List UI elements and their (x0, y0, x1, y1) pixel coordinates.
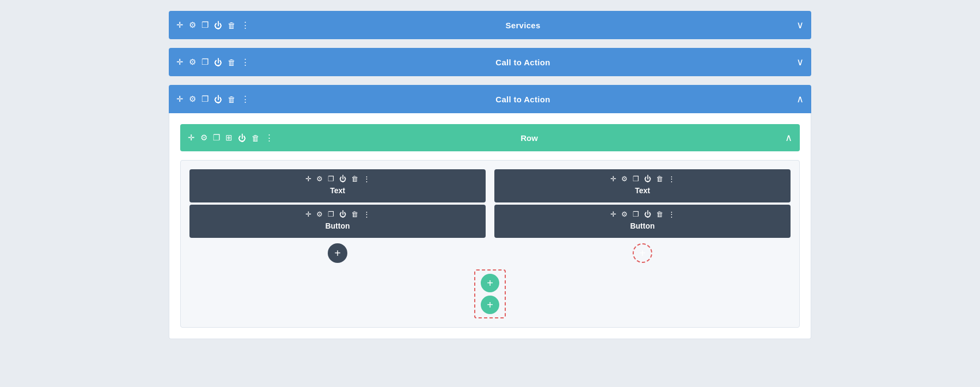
chevron-down-icon: ∨ (797, 19, 804, 31)
trash-icon: 🗑 (228, 21, 236, 30)
section-title-cta2: Call to Action (249, 95, 797, 104)
add-section-button[interactable]: + (481, 296, 499, 314)
dots-icon: ⋮ (363, 175, 370, 183)
section-bar-cta2[interactable]: ✛ ⚙ ❐ ⏻ 🗑 ⋮ Call to Action ∧ (169, 85, 811, 113)
copy-icon: ❐ (633, 175, 639, 183)
power-icon: ⏻ (339, 175, 346, 183)
add-module-button-right[interactable]: + (633, 243, 652, 263)
move-icon: ✛ (176, 57, 183, 67)
section-icons-services: ✛ ⚙ ❐ ⏻ 🗑 ⋮ (176, 20, 249, 30)
page-wrapper: ✛ ⚙ ❐ ⏻ 🗑 ⋮ Services ∨ ✛ ⚙ ❐ ⏻ 🗑 ⋮ Call … (169, 11, 811, 339)
gear-icon: ⚙ (200, 133, 207, 143)
trash-icon: 🗑 (351, 210, 358, 218)
section-title-services: Services (249, 21, 797, 30)
copy-icon: ❐ (633, 210, 639, 218)
power-icon: ⏻ (238, 133, 246, 143)
bottom-add-area: + + (189, 269, 791, 318)
trash-icon: 🗑 (228, 58, 236, 67)
gear-icon: ⚙ (316, 210, 323, 218)
trash-icon: 🗑 (252, 133, 260, 143)
gear-icon: ⚙ (621, 175, 628, 183)
section-bar-services[interactable]: ✛ ⚙ ❐ ⏻ 🗑 ⋮ Services ∨ (169, 11, 811, 39)
module-label-button-left: Button (197, 222, 478, 230)
section-icons-cta1: ✛ ⚙ ❐ ⏻ 🗑 ⋮ (176, 57, 249, 67)
column-right: ✛ ⚙ ❐ ⏻ 🗑 ⋮ Text ✛ (494, 169, 791, 263)
module-text-right[interactable]: ✛ ⚙ ❐ ⏻ 🗑 ⋮ Text (494, 169, 791, 202)
copy-icon: ❐ (213, 133, 220, 143)
row-content: ✛ ⚙ ❐ ⏻ 🗑 ⋮ Text ✛ (180, 160, 800, 328)
power-icon: ⏻ (644, 175, 651, 183)
trash-icon: 🗑 (228, 95, 236, 104)
dots-icon: ⋮ (668, 210, 675, 218)
dots-icon: ⋮ (241, 94, 249, 104)
section-bar-cta1[interactable]: ✛ ⚙ ❐ ⏻ 🗑 ⋮ Call to Action ∨ (169, 48, 811, 76)
gear-icon: ⚙ (189, 94, 196, 104)
dots-icon: ⋮ (265, 133, 273, 143)
add-module-button-left[interactable]: + (328, 243, 347, 263)
power-icon: ⏻ (644, 210, 651, 218)
columns-grid: ✛ ⚙ ❐ ⏻ 🗑 ⋮ Text ✛ (189, 169, 791, 263)
row-icons: ✛ ⚙ ❐ ⊞ ⏻ 🗑 ⋮ (188, 133, 273, 143)
module-label-button-right: Button (502, 222, 783, 230)
dots-icon: ⋮ (363, 210, 370, 218)
module-button-right[interactable]: ✛ ⚙ ❐ ⏻ 🗑 ⋮ Button (494, 205, 791, 238)
module-icons-text-right: ✛ ⚙ ❐ ⏻ 🗑 ⋮ (502, 175, 783, 183)
power-icon: ⏻ (339, 210, 346, 218)
chevron-down-icon: ∨ (797, 56, 804, 68)
copy-icon: ❐ (201, 57, 209, 67)
module-label-text-right: Text (502, 186, 783, 195)
trash-icon: 🗑 (656, 210, 663, 218)
chevron-up-icon: ∧ (785, 132, 792, 144)
module-icons-button-left: ✛ ⚙ ❐ ⏻ 🗑 ⋮ (197, 210, 478, 218)
copy-icon: ❐ (328, 175, 334, 183)
module-icons-text-left: ✛ ⚙ ❐ ⏻ 🗑 ⋮ (197, 175, 478, 183)
power-icon: ⏻ (214, 95, 222, 104)
gear-icon: ⚙ (189, 20, 196, 30)
dots-icon: ⋮ (241, 20, 249, 30)
power-icon: ⏻ (214, 58, 222, 67)
move-icon: ✛ (176, 94, 183, 104)
chevron-up-icon: ∧ (797, 93, 804, 105)
section-content-cta2: ✛ ⚙ ❐ ⊞ ⏻ 🗑 ⋮ Row ∧ (169, 113, 811, 339)
add-row-button[interactable]: + (481, 274, 499, 292)
move-icon: ✛ (610, 210, 616, 218)
column-left: ✛ ⚙ ❐ ⏻ 🗑 ⋮ Text ✛ (189, 169, 486, 263)
move-icon: ✛ (188, 133, 195, 143)
section-icons-cta2: ✛ ⚙ ❐ ⏻ 🗑 ⋮ (176, 94, 249, 104)
gear-icon: ⚙ (316, 175, 323, 183)
section-title-cta1: Call to Action (249, 58, 797, 67)
power-icon: ⏻ (214, 21, 222, 30)
gear-icon: ⚙ (189, 57, 196, 67)
move-icon: ✛ (305, 175, 311, 183)
row-title: Row (273, 133, 785, 143)
module-text-left[interactable]: ✛ ⚙ ❐ ⏻ 🗑 ⋮ Text (189, 169, 486, 202)
section-cta2-expanded: ✛ ⚙ ❐ ⏻ 🗑 ⋮ Call to Action ∧ ✛ ⚙ ❐ ⊞ ⏻ 🗑 (169, 85, 811, 339)
move-icon: ✛ (176, 20, 183, 30)
copy-icon: ❐ (328, 210, 334, 218)
module-label-text-left: Text (197, 186, 478, 195)
dotted-add-box: + + (474, 269, 506, 318)
move-icon: ✛ (305, 210, 311, 218)
copy-icon: ❐ (201, 94, 209, 104)
columns-icon: ⊞ (225, 133, 232, 143)
dots-icon: ⋮ (668, 175, 675, 183)
trash-icon: 🗑 (656, 175, 663, 183)
row-bar[interactable]: ✛ ⚙ ❐ ⊞ ⏻ 🗑 ⋮ Row ∧ (180, 124, 800, 151)
move-icon: ✛ (610, 175, 616, 183)
gear-icon: ⚙ (621, 210, 628, 218)
trash-icon: 🗑 (351, 175, 358, 183)
copy-icon: ❐ (201, 20, 209, 30)
module-button-left[interactable]: ✛ ⚙ ❐ ⏻ 🗑 ⋮ Button (189, 205, 486, 238)
module-icons-button-right: ✛ ⚙ ❐ ⏻ 🗑 ⋮ (502, 210, 783, 218)
dots-icon: ⋮ (241, 57, 249, 67)
